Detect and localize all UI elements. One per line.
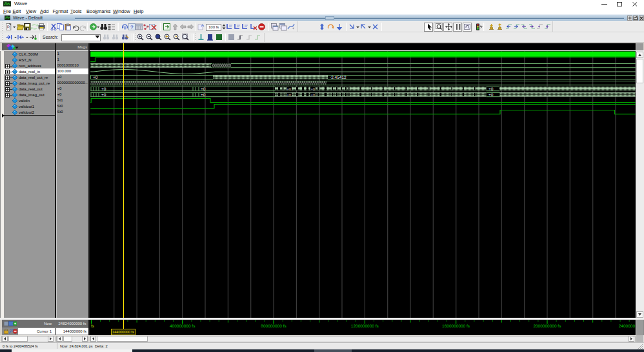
svg-text:1200000000 fs: 1200000000 fs bbox=[351, 324, 379, 329]
svg-text:+0: +0 bbox=[488, 87, 494, 92]
svg-text:+0: +0 bbox=[311, 88, 315, 92]
svg-text:?: ? bbox=[130, 25, 134, 30]
svg-text:+0: +0 bbox=[311, 94, 315, 98]
svg-text:+0: +0 bbox=[201, 93, 206, 98]
svg-text:+0: +0 bbox=[101, 93, 106, 98]
svg-text:2400000: 2400000 bbox=[619, 324, 636, 329]
svg-text:+0: +0 bbox=[93, 76, 98, 80]
svg-text:+0: +0 bbox=[488, 93, 494, 98]
svg-text:400000000 fs: 400000000 fs bbox=[170, 324, 196, 329]
svg-text:+0: +0 bbox=[287, 94, 291, 98]
svg-text:-2.45412: -2.45412 bbox=[330, 76, 347, 80]
svg-text:fs: fs bbox=[91, 324, 95, 329]
svg-text:+0: +0 bbox=[101, 87, 106, 92]
svg-text:800000000 fs: 800000000 fs bbox=[261, 324, 287, 329]
svg-text:+0: +0 bbox=[287, 88, 291, 92]
svg-text:2000000000 fs: 2000000000 fs bbox=[533, 324, 561, 329]
svg-text:+0: +0 bbox=[201, 87, 206, 92]
svg-text:1600000000 fs: 1600000000 fs bbox=[442, 324, 470, 329]
svg-text:R: R bbox=[7, 25, 10, 30]
